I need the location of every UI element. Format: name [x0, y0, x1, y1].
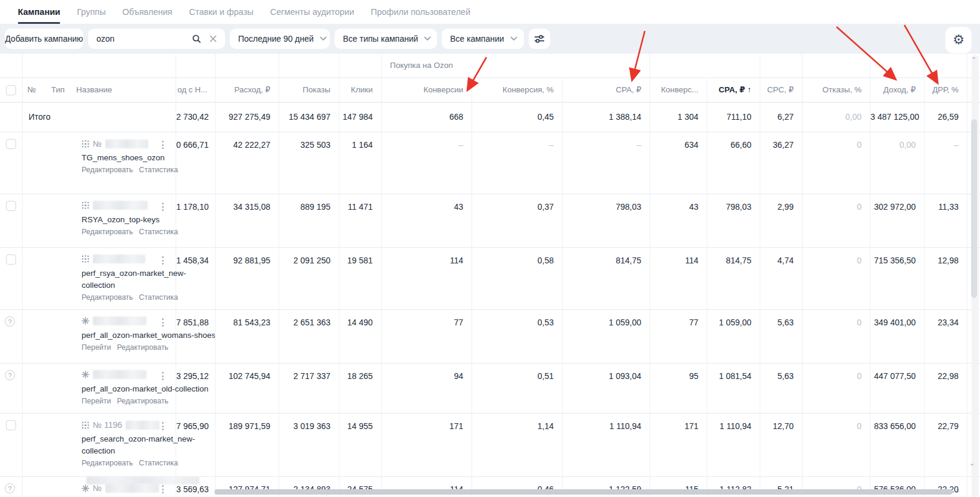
action-link-2[interactable]: Статистика: [139, 166, 178, 174]
row-checkbox[interactable]: [6, 139, 16, 149]
kebab-menu-icon[interactable]: [161, 421, 165, 431]
column-header-1[interactable]: од с Н...: [176, 78, 216, 102]
row-name-cell: №TG_mens_shoes_ozonРедактироватьСтатисти…: [23, 132, 176, 194]
data-cell: 94: [382, 364, 472, 413]
group-cell: [803, 54, 870, 77]
data-cell: 36,27: [760, 132, 803, 194]
data-cell: 4,74: [760, 248, 803, 309]
select-all-checkbox[interactable]: [6, 85, 16, 95]
campaign-name-link[interactable]: TG_mens_shoes_ozon: [82, 152, 165, 164]
campaign-type-dropdown[interactable]: Все типы кампаний: [335, 29, 437, 49]
row-gutter-cell: ?: [0, 364, 23, 413]
totals-cell: 927 275,49: [216, 102, 279, 132]
search-box[interactable]: ozon: [88, 29, 225, 49]
data-cell: 814,75: [563, 248, 650, 309]
group-cell: [870, 54, 925, 77]
vertical-scrollbar-thumb[interactable]: [971, 119, 977, 298]
action-link-2[interactable]: Статистика: [139, 228, 178, 236]
blurred-campaign-number: [93, 201, 148, 210]
campaign-name-link[interactable]: RSYA_ozon_top-keys: [82, 214, 160, 226]
campaign-status-dropdown[interactable]: Все кампании: [442, 29, 524, 49]
column-header-5[interactable]: Конверсии: [382, 78, 472, 102]
kebab-menu-icon[interactable]: [161, 371, 165, 381]
column-header-2[interactable]: Расход, ₽: [216, 78, 279, 102]
row-gutter-cell: [0, 132, 23, 194]
totals-cell: 6,27: [760, 102, 803, 132]
campaign-number-prefix: №: [93, 483, 102, 493]
group-cell: [925, 54, 967, 77]
horizontal-scrollbar-thumb[interactable]: [214, 489, 953, 495]
column-header-9[interactable]: CPA, ₽ ↑: [707, 78, 760, 102]
tab-объявления[interactable]: Объявления: [123, 0, 173, 24]
data-cell: –: [925, 132, 967, 194]
question-icon[interactable]: ?: [5, 370, 15, 380]
clear-search-icon[interactable]: [210, 35, 217, 42]
chevron-down-icon: [510, 36, 517, 41]
search-input[interactable]: ozon: [96, 34, 114, 44]
tab-ставки-и-фразы[interactable]: Ставки и фразы: [189, 0, 253, 24]
data-cell: 114: [650, 248, 707, 309]
data-cell: 325 503: [279, 132, 339, 194]
column-header-type[interactable]: Тип: [51, 78, 65, 102]
question-icon[interactable]: ?: [5, 316, 15, 327]
row-checkbox[interactable]: [6, 254, 16, 265]
column-header-num[interactable]: №: [27, 78, 36, 102]
action-link-1[interactable]: Редактировать: [82, 459, 133, 467]
group-cell: [279, 54, 339, 77]
data-cell: 0,58: [472, 248, 563, 309]
action-link-1[interactable]: Редактировать: [82, 293, 133, 302]
filter-sliders-button[interactable]: [529, 29, 550, 49]
tab-сегменты-аудитории[interactable]: Сегменты аудитории: [270, 0, 354, 24]
action-link-1[interactable]: Перейти: [82, 397, 111, 405]
action-link-1[interactable]: Перейти: [82, 343, 111, 352]
action-link-2[interactable]: Редактировать: [117, 343, 168, 352]
scroll-right-icon[interactable]: ›: [956, 487, 959, 494]
column-header-6[interactable]: Конверсия, %: [472, 78, 563, 102]
column-header-name[interactable]: Название: [76, 78, 112, 102]
column-header-8[interactable]: Конверс...: [650, 78, 707, 102]
data-cell: 634: [650, 132, 707, 194]
campaign-type-star-icon: [82, 371, 89, 378]
tab-профили-пользователей[interactable]: Профили пользователей: [371, 0, 470, 24]
campaign-name-link[interactable]: perf_rsya_ozon-market_new-collection: [82, 268, 186, 291]
action-link-2[interactable]: Статистика: [139, 459, 178, 467]
search-icon[interactable]: [192, 34, 201, 44]
settings-button[interactable]: ⚙: [945, 27, 972, 53]
action-link-1[interactable]: Редактировать: [82, 166, 133, 174]
kebab-menu-icon[interactable]: [161, 201, 165, 212]
action-link-1[interactable]: Редактировать: [82, 228, 133, 236]
row-checkbox[interactable]: [6, 420, 16, 430]
row-id-line: [82, 201, 148, 210]
kebab-menu-icon[interactable]: [161, 484, 165, 495]
add-campaign-button[interactable]: Добавить кампанию: [5, 29, 83, 49]
tab-группы[interactable]: Группы: [77, 0, 105, 24]
data-cell: 14 490: [339, 310, 382, 363]
kebab-menu-icon[interactable]: [161, 317, 165, 328]
data-cell: 81 543,23: [216, 310, 279, 363]
row-checkbox[interactable]: [6, 201, 16, 211]
kebab-menu-icon[interactable]: [161, 255, 165, 266]
data-cell: 3 569,63: [176, 477, 216, 497]
scroll-up-icon[interactable]: ⌃: [971, 57, 976, 63]
column-header-3[interactable]: Показы: [279, 78, 339, 102]
date-range-dropdown[interactable]: Последние 90 дней: [230, 29, 330, 49]
blurred-campaign-number: [105, 139, 148, 148]
column-header-12[interactable]: Доход, ₽: [870, 78, 925, 102]
column-header-4[interactable]: Клики: [339, 78, 382, 102]
action-link-2[interactable]: Статистика: [139, 293, 178, 302]
data-cell: 34 315,08: [216, 194, 279, 247]
data-cell: 43: [382, 194, 472, 247]
scroll-down-icon[interactable]: ⌄: [969, 460, 975, 467]
vertical-scrollbar[interactable]: [972, 55, 979, 497]
tab-кампании[interactable]: Кампании: [18, 0, 60, 24]
column-header-11[interactable]: Отказы, %: [803, 78, 870, 102]
column-header-7[interactable]: CPA, ₽: [563, 78, 650, 102]
column-header-13[interactable]: ДРР, %: [925, 78, 967, 102]
data-cell: 833 656,00: [870, 414, 925, 476]
kebab-menu-icon[interactable]: [161, 139, 165, 150]
action-link-2[interactable]: Редактировать: [117, 397, 168, 405]
data-cell: –: [472, 132, 563, 194]
column-header-10[interactable]: CPC, ₽: [760, 78, 803, 102]
question-icon[interactable]: ?: [5, 483, 15, 493]
row-id-line: [82, 254, 145, 263]
